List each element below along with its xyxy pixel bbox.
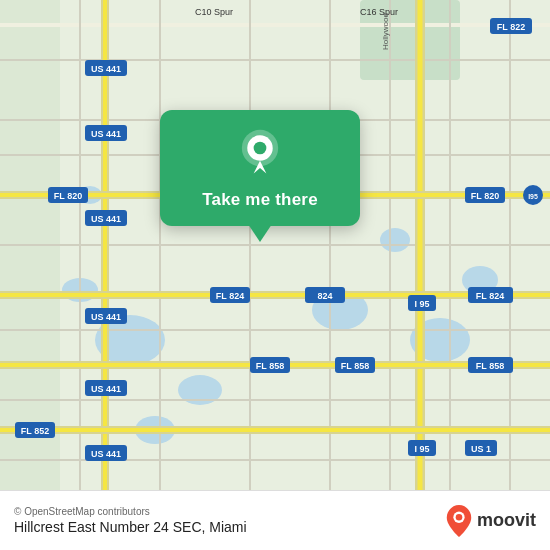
map-area: US 441 US 441 US 441 US 441 US 441 US 44… <box>0 0 550 490</box>
location-name: Hillcrest East Number 24 SEC, Miami <box>14 519 247 535</box>
svg-text:US 1: US 1 <box>471 444 491 454</box>
svg-point-88 <box>254 142 267 155</box>
map-attribution: © OpenStreetMap contributors <box>14 506 247 517</box>
bottom-bar: © OpenStreetMap contributors Hillcrest E… <box>0 490 550 550</box>
svg-text:I95: I95 <box>528 193 538 200</box>
svg-point-8 <box>380 228 410 252</box>
svg-text:FL 858: FL 858 <box>341 361 369 371</box>
svg-point-90 <box>456 513 463 520</box>
map-svg: US 441 US 441 US 441 US 441 US 441 US 44… <box>0 0 550 490</box>
svg-text:FL 824: FL 824 <box>216 291 244 301</box>
svg-text:US 441: US 441 <box>91 64 121 74</box>
svg-text:US 441: US 441 <box>91 214 121 224</box>
svg-text:824: 824 <box>317 291 332 301</box>
svg-text:C10 Spur: C10 Spur <box>195 7 233 17</box>
svg-text:C16 Spur: C16 Spur <box>360 7 398 17</box>
svg-text:US 441: US 441 <box>91 449 121 459</box>
navigation-popup[interactable]: Take me there <box>160 110 360 226</box>
svg-text:FL 852: FL 852 <box>21 426 49 436</box>
svg-text:FL 820: FL 820 <box>54 191 82 201</box>
svg-text:FL 824: FL 824 <box>476 291 504 301</box>
moovit-pin-icon <box>445 505 473 537</box>
location-info: © OpenStreetMap contributors Hillcrest E… <box>14 506 247 535</box>
svg-text:I 95: I 95 <box>414 299 429 309</box>
svg-text:FL 822: FL 822 <box>497 22 525 32</box>
take-me-there-button[interactable]: Take me there <box>202 190 318 210</box>
svg-text:US 441: US 441 <box>91 312 121 322</box>
svg-text:US 441: US 441 <box>91 129 121 139</box>
svg-text:FL 820: FL 820 <box>471 191 499 201</box>
svg-text:US 441: US 441 <box>91 384 121 394</box>
svg-text:Hollywood: Hollywood <box>381 13 390 50</box>
svg-text:FL 858: FL 858 <box>256 361 284 371</box>
svg-text:FL 858: FL 858 <box>476 361 504 371</box>
moovit-brand-text: moovit <box>477 510 536 531</box>
moovit-logo: moovit <box>445 505 536 537</box>
location-pin-icon <box>235 128 285 178</box>
svg-text:I 95: I 95 <box>414 444 429 454</box>
